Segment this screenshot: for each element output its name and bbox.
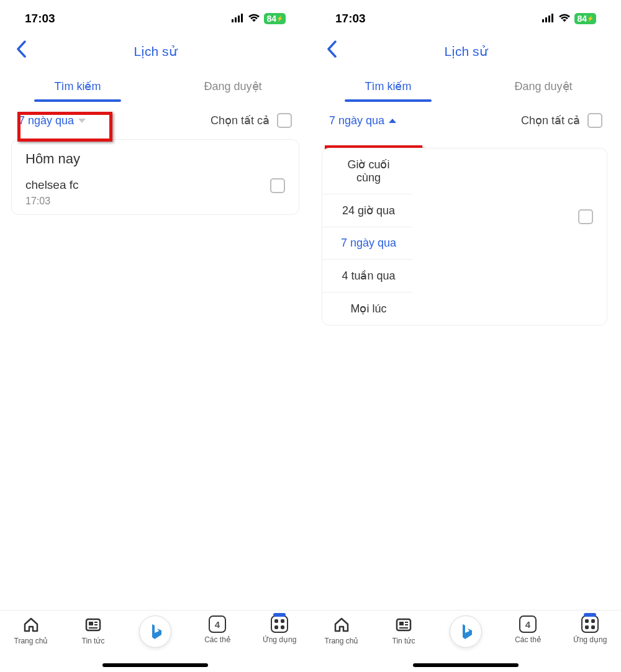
nav-tabs[interactable]: 4 Các thẻ [497, 615, 559, 644]
svg-rect-0 [232, 19, 233, 22]
battery-badge: 84⚡ [574, 13, 596, 24]
home-indicator[interactable] [413, 663, 519, 667]
time-filter-menu: Giờ cuối cùng 24 giờ qua 7 ngày qua 4 tu… [322, 148, 607, 325]
select-all[interactable]: Chọn tất cả [211, 113, 292, 128]
history-item-time: 17:03 [25, 196, 79, 207]
history-card: Hôm nay chelsea fc 17:03 [11, 139, 299, 215]
select-all[interactable]: Chọn tất cả [521, 113, 602, 128]
nav-news[interactable]: Tin tức [62, 615, 124, 645]
filter-label: 7 ngày qua [329, 114, 384, 127]
nav-header: Lịch sử [310, 31, 621, 68]
filter-row: 7 ngày qua Chọn tất cả [0, 102, 310, 137]
chevron-down-icon [78, 119, 86, 123]
history-item-checkbox[interactable] [578, 209, 593, 224]
nav-home[interactable]: Trang chủ [310, 615, 373, 645]
tab-browsing[interactable]: Đang duyệt [466, 73, 621, 102]
apps-icon [271, 615, 288, 633]
svg-rect-9 [542, 19, 544, 22]
history-item-text: chelsea fc [25, 178, 79, 192]
svg-rect-10 [545, 17, 547, 22]
dropdown-option-4weeks[interactable]: 4 tuần qua [322, 260, 412, 293]
select-all-label: Chọn tất cả [211, 114, 270, 127]
tab-search[interactable]: Tìm kiếm [0, 73, 155, 102]
wifi-icon [248, 12, 260, 25]
signal-icon [232, 12, 244, 25]
news-icon [394, 615, 413, 634]
chevron-up-icon [389, 119, 396, 123]
svg-rect-14 [399, 622, 404, 625]
dropdown-option-7days[interactable]: 7 ngày qua [322, 227, 412, 260]
status-time: 17:03 [335, 12, 366, 25]
apps-icon [581, 615, 599, 633]
filter-row: 7 ngày qua Chọn tất cả [310, 102, 621, 137]
nav-apps[interactable]: Ứng dụng [248, 615, 310, 644]
select-all-checkbox[interactable] [277, 113, 292, 128]
history-item-text-wrap: chelsea fc 17:03 [25, 178, 79, 207]
select-all-label: Chọn tất cả [521, 114, 580, 127]
bottom-nav: Trang chủ Tin tức 4 Các thẻ [0, 610, 310, 672]
tabs-count-icon: 4 [519, 615, 537, 633]
apps-active-indicator [273, 613, 286, 617]
select-all-checkbox[interactable] [587, 113, 602, 128]
svg-rect-12 [551, 14, 553, 22]
back-button[interactable] [327, 40, 337, 63]
status-right: 84⚡ [232, 12, 286, 25]
page-title: Lịch sử [444, 44, 487, 59]
home-icon [332, 615, 351, 634]
svg-rect-2 [238, 16, 240, 22]
screen-right: 17:03 84⚡ Lịch sử Tìm kiếm Đang duyệt 7 … [310, 0, 621, 672]
tab-browsing[interactable]: Đang duyệt [155, 73, 310, 102]
back-button[interactable] [16, 40, 26, 63]
signal-icon [542, 12, 555, 25]
status-time: 17:03 [25, 12, 55, 25]
nav-tabs[interactable]: 4 Các thẻ [186, 615, 248, 644]
svg-rect-1 [235, 17, 237, 22]
history-item[interactable]: chelsea fc 17:03 [25, 178, 285, 207]
page-title: Lịch sử [134, 44, 176, 59]
svg-rect-11 [548, 16, 550, 22]
nav-apps[interactable]: Ứng dụng [559, 615, 621, 644]
tabs: Tìm kiếm Đang duyệt [0, 73, 310, 102]
screen-left: 17:03 84⚡ Lịch sử Tìm kiếm Đang duyệt 7 … [0, 0, 310, 672]
dropdown-option-alltime[interactable]: Mọi lúc [322, 293, 412, 325]
filter-label: 7 ngày qua [19, 114, 74, 127]
bing-icon [139, 615, 171, 648]
news-icon [84, 615, 102, 634]
dropdown-list: Giờ cuối cùng 24 giờ qua 7 ngày qua 4 tu… [322, 148, 412, 325]
dropdown-option-24h[interactable]: 24 giờ qua [322, 194, 412, 227]
wifi-icon [558, 12, 571, 25]
apps-active-indicator [584, 613, 596, 617]
nav-header: Lịch sử [0, 31, 310, 68]
bing-icon [450, 615, 482, 648]
status-bar: 17:03 84⚡ [0, 0, 310, 31]
status-bar: 17:03 84⚡ [310, 0, 621, 31]
time-filter-dropdown[interactable]: 7 ngày qua [329, 114, 396, 127]
card-day-label: Hôm nay [25, 151, 285, 167]
status-right: 84⚡ [542, 12, 596, 25]
svg-rect-5 [89, 622, 93, 625]
home-indicator[interactable] [102, 663, 208, 667]
nav-bing[interactable] [435, 615, 497, 648]
svg-rect-3 [241, 14, 243, 22]
tab-search[interactable]: Tìm kiếm [310, 73, 466, 102]
time-filter-dropdown[interactable]: 7 ngày qua [19, 114, 86, 127]
nav-bing[interactable] [124, 615, 186, 648]
tabs: Tìm kiếm Đang duyệt [310, 73, 621, 102]
tabs-count-icon: 4 [209, 615, 226, 633]
nav-news[interactable]: Tin tức [373, 615, 435, 645]
home-icon [22, 615, 40, 634]
battery-badge: 84⚡ [264, 13, 286, 24]
bottom-nav: Trang chủ Tin tức 4 Các thẻ [310, 610, 621, 672]
dropdown-option-last-hour[interactable]: Giờ cuối cùng [322, 148, 412, 194]
history-item-checkbox[interactable] [270, 178, 285, 193]
nav-home[interactable]: Trang chủ [0, 615, 62, 645]
